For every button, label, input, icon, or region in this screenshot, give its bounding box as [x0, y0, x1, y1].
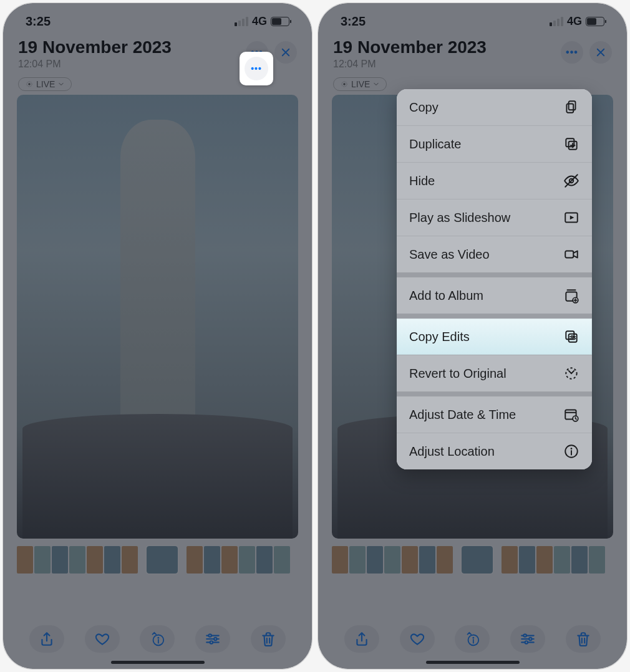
thumbnail[interactable] — [536, 546, 553, 574]
menu-label: Hide — [409, 174, 435, 188]
menu-duplicate[interactable]: Duplicate — [397, 125, 592, 162]
edit-button[interactable] — [510, 625, 545, 653]
thumbnail[interactable] — [419, 546, 435, 574]
thumbnail[interactable] — [519, 546, 535, 574]
thumbnail[interactable] — [104, 546, 120, 574]
svg-point-11 — [524, 634, 526, 636]
thumbnail[interactable] — [256, 546, 273, 574]
info-icon — [149, 631, 165, 647]
svg-rect-15 — [566, 104, 573, 113]
signal-icon — [235, 17, 248, 26]
delete-button[interactable] — [566, 625, 601, 653]
thumbnail[interactable] — [87, 546, 103, 574]
thumbnail[interactable] — [402, 546, 418, 574]
menu-adjust-location[interactable]: Adjust Location — [397, 433, 592, 469]
share-button[interactable] — [29, 625, 64, 653]
menu-copy-edits[interactable]: Copy Edits — [397, 319, 592, 355]
menu-hide[interactable]: Hide — [397, 162, 592, 199]
chevron-down-icon — [372, 80, 380, 88]
info-button[interactable] — [455, 625, 490, 653]
close-button[interactable] — [589, 41, 612, 64]
photo-viewer[interactable] — [17, 95, 298, 539]
thumbnail[interactable] — [52, 546, 68, 574]
thumbnail[interactable] — [384, 546, 400, 574]
play-rect-icon — [563, 209, 579, 226]
trash-icon — [575, 631, 591, 647]
info-icon — [464, 631, 480, 647]
status-right: 4G — [235, 15, 289, 28]
favorite-button[interactable] — [85, 625, 120, 653]
trash-icon — [260, 631, 276, 647]
sliders-icon — [205, 631, 221, 647]
svg-point-13 — [525, 641, 528, 643]
home-indicator[interactable] — [426, 661, 520, 664]
thumbnail[interactable] — [274, 546, 290, 574]
delete-button[interactable] — [251, 625, 286, 653]
favorite-button[interactable] — [400, 625, 435, 653]
thumbnail[interactable] — [349, 546, 366, 574]
menu-revert-original[interactable]: Revert to Original — [397, 355, 592, 391]
bottom-toolbar — [318, 625, 627, 653]
photo-time: 12:04 PM — [18, 59, 172, 70]
highlight-more-button[interactable]: ••• — [240, 52, 273, 85]
live-photo-chip[interactable]: LIVE — [333, 77, 387, 91]
share-button[interactable] — [344, 625, 379, 653]
menu-play-slideshow[interactable]: Play as Slideshow — [397, 199, 592, 236]
calendar-clock-icon — [563, 406, 579, 423]
context-menu: Copy Duplicate Hide Play as Slideshow Sa… — [397, 89, 592, 469]
share-icon — [354, 631, 370, 647]
menu-label: Revert to Original — [409, 367, 506, 381]
thumbnail[interactable] — [204, 546, 220, 574]
svg-point-26 — [573, 338, 575, 340]
photo-date: 19 November 2023 — [18, 37, 172, 57]
heart-icon — [409, 631, 425, 647]
svg-rect-14 — [569, 101, 576, 110]
copy-sliders-icon — [563, 329, 579, 345]
edit-button[interactable] — [195, 625, 230, 653]
menu-adjust-date-time[interactable]: Adjust Date & Time — [397, 396, 592, 433]
thumbnail[interactable] — [34, 546, 51, 574]
thumbnail-strip[interactable] — [332, 546, 613, 574]
svg-rect-20 — [565, 251, 573, 258]
close-button[interactable] — [274, 41, 297, 64]
close-icon — [280, 47, 291, 58]
thumbnail[interactable] — [239, 546, 255, 574]
more-button[interactable]: ••• — [561, 41, 583, 64]
thumbnail[interactable] — [221, 546, 238, 574]
menu-label: Save as Video — [409, 247, 490, 262]
thumbnail[interactable] — [571, 546, 588, 574]
menu-label: Copy — [409, 100, 439, 115]
status-right: 4G — [550, 15, 604, 28]
thumbnail[interactable] — [122, 546, 138, 574]
menu-label: Copy Edits — [409, 330, 470, 344]
live-icon — [25, 80, 34, 89]
status-bar: 3:25 4G — [3, 3, 312, 32]
phone-right: 3:25 4G 19 November 2023 12:04 PM ••• LI… — [317, 2, 628, 670]
menu-copy[interactable]: Copy — [397, 89, 592, 125]
thumbnail-selected[interactable] — [462, 546, 493, 574]
sliders-icon — [520, 631, 536, 647]
menu-add-to-album[interactable]: Add to Album — [397, 277, 592, 314]
info-button[interactable] — [140, 625, 175, 653]
close-icon — [595, 47, 606, 58]
thumbnail[interactable] — [367, 546, 383, 574]
thumbnail[interactable] — [554, 546, 570, 574]
live-label: LIVE — [36, 79, 55, 89]
ellipsis-icon: ••• — [251, 64, 262, 74]
svg-point-10 — [473, 637, 475, 639]
live-photo-chip[interactable]: LIVE — [18, 77, 72, 91]
thumbnail-selected[interactable] — [147, 546, 178, 574]
thumbnail[interactable] — [502, 546, 518, 574]
thumbnail[interactable] — [17, 546, 33, 574]
thumbnail[interactable] — [69, 546, 85, 574]
bottom-toolbar — [3, 625, 312, 653]
thumbnail[interactable] — [332, 546, 348, 574]
home-indicator[interactable] — [111, 661, 205, 664]
menu-save-as-video[interactable]: Save as Video — [397, 236, 592, 272]
thumbnail-strip[interactable] — [17, 546, 298, 574]
thumbnail[interactable] — [589, 546, 605, 574]
svg-point-5 — [214, 638, 216, 640]
svg-point-12 — [529, 638, 531, 640]
thumbnail[interactable] — [437, 546, 453, 574]
thumbnail[interactable] — [187, 546, 203, 574]
